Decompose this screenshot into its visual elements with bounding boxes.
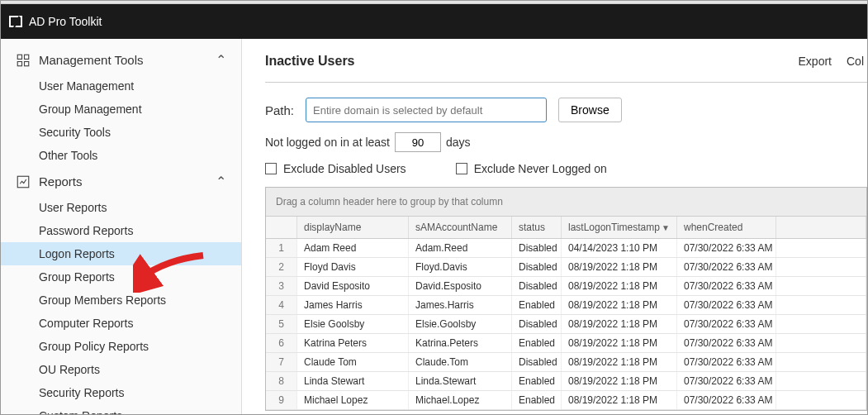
titlebar: AD Pro Toolkit <box>1 4 867 39</box>
grid-header-rownum[interactable] <box>266 217 297 238</box>
nav-item-computer-reports[interactable]: Computer Reports <box>1 312 241 335</box>
nav-item-security-tools[interactable]: Security Tools <box>1 121 241 144</box>
nav-item-ou-reports[interactable]: OU Reports <box>1 358 241 381</box>
cell-lastlogon: 08/19/2022 1:18 PM <box>562 296 677 314</box>
chevron-up-icon: ⌃ <box>216 174 226 189</box>
days-input[interactable] <box>395 132 441 152</box>
nav-item-group-members-reports[interactable]: Group Members Reports <box>1 289 241 312</box>
table-row[interactable]: 3David EspositoDavid.EspositoDisabled08/… <box>266 277 866 296</box>
grid-header-displayname[interactable]: displayName <box>297 217 409 238</box>
nav-item-label: Other Tools <box>39 149 97 162</box>
nav-item-group-management[interactable]: Group Management <box>1 98 241 121</box>
checkbox-label: Exclude Never Logged on <box>474 162 607 175</box>
days-suffix-label: days <box>446 136 471 149</box>
nav-item-logon-reports[interactable]: Logon Reports <box>1 242 241 265</box>
svg-rect-0 <box>17 55 21 59</box>
days-prefix-label: Not logged on in at least <box>265 136 390 149</box>
cell-sam: Claude.Tom <box>409 353 512 371</box>
sort-desc-icon: ▼ <box>662 223 670 232</box>
nav-item-label: User Management <box>39 79 134 93</box>
nav-item-label: Logon Reports <box>39 247 115 260</box>
nav-item-custom-reports[interactable]: Custom Reports <box>1 404 241 415</box>
cell-sam: David.Esposito <box>409 277 512 295</box>
nav-item-user-management[interactable]: User Management <box>1 74 241 98</box>
table-row[interactable]: 9Michael LopezMichael.LopezEnabled08/19/… <box>266 391 866 410</box>
nav-item-user-reports[interactable]: User Reports <box>1 196 241 219</box>
cell-extra <box>776 239 866 257</box>
cell-displayname: Katrina Peters <box>297 334 409 352</box>
grid-group-bar[interactable]: Drag a column header here to group by th… <box>266 188 866 217</box>
table-row[interactable]: 7Claude TomClaude.TomDisabled08/19/2022 … <box>266 353 866 372</box>
exclude-never-checkbox[interactable]: Exclude Never Logged on <box>456 162 607 175</box>
cell-sam: Michael.Lopez <box>409 391 512 409</box>
cell-displayname: Elsie Goolsby <box>297 315 409 333</box>
cell-whencreated: 07/30/2022 6:33 AM <box>677 258 776 276</box>
grid-header-whencreated[interactable]: whenCreated <box>677 217 776 238</box>
export-button[interactable]: Export <box>799 55 832 68</box>
grid-header-status[interactable]: status <box>512 217 562 238</box>
row-number: 5 <box>266 315 297 333</box>
nav-group-label: Reports <box>39 174 83 188</box>
row-number: 3 <box>266 277 297 295</box>
browse-button[interactable]: Browse <box>558 98 622 122</box>
table-row[interactable]: 8Linda StewartLinda.StewartEnabled08/19/… <box>266 372 866 391</box>
table-row[interactable]: 2Floyd DavisFloyd.DavisDisabled08/19/202… <box>266 258 866 277</box>
row-number: 4 <box>266 296 297 314</box>
cell-lastlogon: 08/19/2022 1:18 PM <box>562 334 677 352</box>
cell-status: Disabled <box>512 239 562 257</box>
cell-sam: Katrina.Peters <box>409 334 512 352</box>
cell-whencreated: 07/30/2022 6:33 AM <box>677 353 776 371</box>
cell-extra <box>776 372 866 390</box>
grid-header-samaccountname[interactable]: sAMAccountName <box>409 217 512 238</box>
row-number: 1 <box>266 239 297 257</box>
grid-header-extra[interactable] <box>776 217 866 238</box>
nav-item-label: Group Policy Reports <box>39 340 149 353</box>
cell-displayname: Michael Lopez <box>297 391 409 409</box>
exclude-disabled-checkbox[interactable]: Exclude Disabled Users <box>265 162 406 175</box>
cell-displayname: Floyd Davis <box>297 258 409 276</box>
cell-status: Disabled <box>512 315 562 333</box>
nav-item-group-policy-reports[interactable]: Group Policy Reports <box>1 335 241 358</box>
cell-status: Disabled <box>512 258 562 276</box>
row-number: 9 <box>266 391 297 409</box>
page-title: Inactive Users <box>265 54 355 69</box>
table-row[interactable]: 5Elsie GoolsbyElsie.GoolsbyDisabled08/19… <box>266 315 866 334</box>
path-input[interactable] <box>306 98 547 122</box>
cell-extra <box>776 315 866 333</box>
cell-extra <box>776 258 866 276</box>
cell-whencreated: 07/30/2022 6:33 AM <box>677 239 776 257</box>
cell-sam: Adam.Reed <box>409 239 512 257</box>
cell-lastlogon: 08/19/2022 1:18 PM <box>562 353 677 371</box>
nav-item-label: Group Management <box>39 103 142 116</box>
cell-status: Enabled <box>512 372 562 390</box>
nav-item-label: Computer Reports <box>39 317 133 330</box>
cell-status: Disabled <box>512 353 562 371</box>
nav-item-password-reports[interactable]: Password Reports <box>1 219 241 242</box>
table-row[interactable]: 4James HarrisJames.HarrisEnabled08/19/20… <box>266 296 866 315</box>
nav-item-group-reports[interactable]: Group Reports <box>1 265 241 289</box>
cell-extra <box>776 277 866 295</box>
table-row[interactable]: 1Adam ReedAdam.ReedDisabled04/14/2023 1:… <box>266 239 866 258</box>
cell-extra <box>776 296 866 314</box>
nav-item-security-reports[interactable]: Security Reports <box>1 381 241 404</box>
cell-extra <box>776 391 866 409</box>
svg-rect-3 <box>25 61 29 65</box>
cell-extra <box>776 334 866 352</box>
nav-item-label: Group Members Reports <box>39 293 166 307</box>
table-row[interactable]: 6Katrina PetersKatrina.PetersEnabled08/1… <box>266 334 866 353</box>
cell-displayname: David Esposito <box>297 277 409 295</box>
svg-rect-2 <box>17 61 21 65</box>
nav-item-label: Password Reports <box>39 224 133 237</box>
grid-header-lastlogon[interactable]: lastLogonTimestamp▼ <box>562 217 677 238</box>
row-number: 2 <box>266 258 297 276</box>
nav-group-reports[interactable]: Reports ⌃ <box>1 167 241 196</box>
row-number: 7 <box>266 353 297 371</box>
cell-whencreated: 07/30/2022 6:33 AM <box>677 315 776 333</box>
nav-item-other-tools[interactable]: Other Tools <box>1 144 241 167</box>
nav-group-label: Management Tools <box>39 53 143 67</box>
columns-button[interactable]: Col <box>847 55 864 68</box>
cell-displayname: James Harris <box>297 296 409 314</box>
nav-group-management-tools[interactable]: Management Tools ⌃ <box>1 45 241 74</box>
app-title: AD Pro Toolkit <box>29 15 102 28</box>
cell-displayname: Adam Reed <box>297 239 409 257</box>
